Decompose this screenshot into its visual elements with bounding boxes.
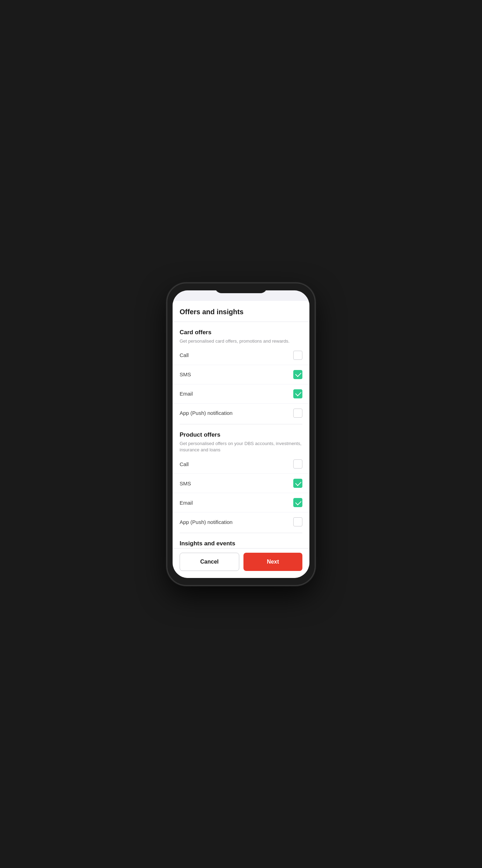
screen: Offers and insights Card offers Get pers… xyxy=(173,290,309,578)
bottom-bar: Cancel Next xyxy=(173,548,309,578)
next-button[interactable]: Next xyxy=(243,553,302,571)
product-offers-push-row: App (Push) notification xyxy=(173,512,309,531)
section-product-offers: Product offers Get personalised offers o… xyxy=(173,424,309,531)
card-offers-call-row: Call xyxy=(173,346,309,365)
section-insights-events-title: Insights and events xyxy=(180,540,302,547)
section-insights-events: Insights and events Get smart insights o… xyxy=(173,533,309,548)
card-offers-push-row: App (Push) notification xyxy=(173,404,309,423)
card-offers-call-label: Call xyxy=(180,352,189,358)
section-card-offers-header: Card offers Get personalised card offers… xyxy=(173,322,309,346)
product-offers-call-label: Call xyxy=(180,461,189,467)
content-card: Offers and insights Card offers Get pers… xyxy=(173,301,309,548)
card-offers-email-label: Email xyxy=(180,391,193,397)
product-offers-sms-row: SMS xyxy=(173,474,309,493)
section-product-offers-header: Product offers Get personalised offers o… xyxy=(173,424,309,455)
product-offers-push-checkbox[interactable] xyxy=(293,517,302,526)
product-offers-email-row: Email xyxy=(173,493,309,512)
notch xyxy=(215,283,267,293)
product-offers-sms-label: SMS xyxy=(180,480,191,486)
card-offers-push-checkbox[interactable] xyxy=(293,409,302,418)
section-insights-events-header: Insights and events Get smart insights o… xyxy=(173,533,309,548)
cancel-button[interactable]: Cancel xyxy=(180,553,239,571)
product-offers-email-label: Email xyxy=(180,500,193,506)
card-offers-sms-checkbox[interactable] xyxy=(293,370,302,379)
section-card-offers-desc: Get personalised card offers, promotions… xyxy=(180,338,302,344)
product-offers-call-checkbox[interactable] xyxy=(293,459,302,469)
card-offers-sms-label: SMS xyxy=(180,371,191,377)
section-card-offers-title: Card offers xyxy=(180,329,302,336)
product-offers-call-row: Call xyxy=(173,455,309,474)
section-product-offers-desc: Get personalised offers on your DBS acco… xyxy=(180,440,302,453)
card-offers-push-label: App (Push) notification xyxy=(180,410,233,416)
card-offers-call-checkbox[interactable] xyxy=(293,351,302,360)
card-offers-sms-row: SMS xyxy=(173,365,309,384)
section-card-offers: Card offers Get personalised card offers… xyxy=(173,322,309,423)
card-offers-email-checkbox[interactable] xyxy=(293,389,302,398)
page-title: Offers and insights xyxy=(173,301,309,322)
product-offers-push-label: App (Push) notification xyxy=(180,519,233,525)
card-offers-email-row: Email xyxy=(173,384,309,404)
scroll-content: Offers and insights Card offers Get pers… xyxy=(173,290,309,548)
product-offers-email-checkbox[interactable] xyxy=(293,498,302,507)
phone-frame: Offers and insights Card offers Get pers… xyxy=(167,283,315,585)
product-offers-sms-checkbox[interactable] xyxy=(293,479,302,488)
section-product-offers-title: Product offers xyxy=(180,431,302,438)
